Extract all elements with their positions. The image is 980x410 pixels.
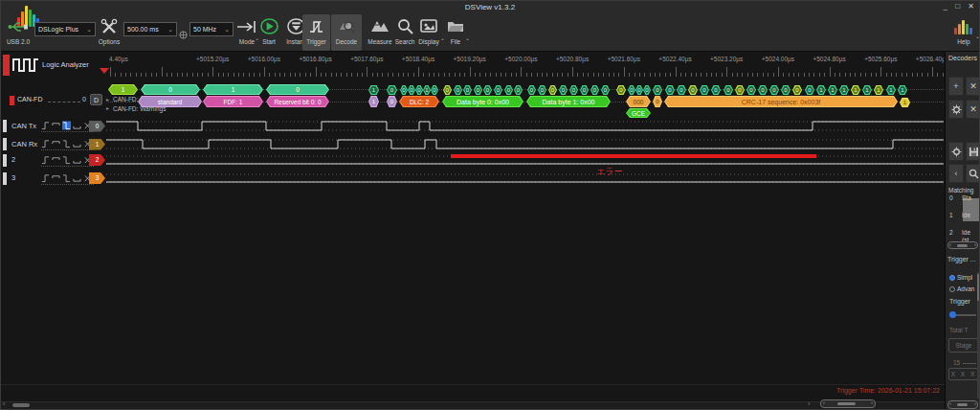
protocol-row[interactable]: 0Sta [946, 192, 980, 208]
channel-badge[interactable]: 1 [89, 139, 105, 150]
ruler-label: +5019.20µs [454, 56, 486, 62]
remove-decoder-button[interactable]: ✕ [966, 77, 980, 96]
tab-logic-analyzer[interactable]: Logic Analyzer [42, 60, 89, 69]
trigger-position-marker[interactable] [100, 68, 109, 74]
decoder-bit: 0 [408, 85, 415, 95]
decoder-bit: 0 [601, 85, 610, 95]
trigger-panel-title: Trigger ... [947, 256, 976, 262]
close-decoder-button[interactable]: ✕ [966, 100, 980, 119]
decoder-badge[interactable]: D [90, 94, 102, 105]
trigger-high-icon[interactable] [52, 155, 60, 165]
decoder-name[interactable]: CAN-FD [17, 96, 42, 102]
channel-label[interactable]: 2 [11, 155, 15, 164]
scroll-left-icon[interactable]: ‹ [3, 400, 5, 407]
trigger-fall-icon[interactable] [62, 121, 71, 130]
wrench-icon [96, 15, 122, 37]
panel-hscroll[interactable]: ‹› [947, 241, 978, 249]
prev-match-button[interactable]: ‹ [948, 164, 964, 183]
trigger-fall-icon[interactable] [62, 139, 71, 148]
channel-badge[interactable]: 0 [89, 121, 105, 132]
file-button[interactable]: File ⌄ [442, 15, 469, 45]
panel-hscroll-bottom[interactable]: ‹› [947, 400, 978, 409]
stage-select[interactable]: Stage [948, 338, 979, 353]
start-button[interactable]: Start [256, 15, 281, 45]
trigger-high-icon[interactable] [52, 173, 60, 183]
radio-simple[interactable]: Simpl [949, 274, 972, 281]
decoder-dash [48, 102, 80, 102]
scroll-right-icon[interactable]: › [808, 400, 810, 407]
trigger-rise-icon[interactable] [41, 173, 50, 183]
trigger-high-icon[interactable] [52, 139, 60, 148]
decoder-bit: 0 [653, 85, 662, 95]
trigger-section-label: Trigger [949, 298, 970, 305]
decoders-panel: Decoders + ✕ ✕ ‹ Matching 0Sta1Ide2Ide(s… [945, 52, 980, 410]
channel-color-indicator [3, 172, 7, 185]
decoder-bit: 0 [792, 85, 802, 95]
decoder-bit: 0 [635, 85, 643, 95]
count-slider[interactable] [963, 363, 976, 364]
trigger-high-icon[interactable] [52, 121, 60, 130]
decoder-bit: 0 [677, 85, 686, 95]
add-decoder-button[interactable]: + [948, 77, 964, 96]
protocol-settings-button[interactable] [948, 142, 964, 161]
channel-label[interactable]: 3 [11, 173, 15, 182]
protocol-row[interactable]: 1Ide [946, 209, 980, 225]
search-match-button[interactable] [966, 164, 980, 183]
trigger-button[interactable]: Trigger [302, 14, 330, 51]
trigger-rise-icon[interactable] [41, 139, 50, 148]
scroll-pill[interactable]: ‹› [820, 399, 876, 408]
radio-advanced[interactable]: Advan [949, 285, 974, 292]
expand-arrow-icon[interactable]: ▸ [106, 104, 109, 111]
decoder-bit: 0 [400, 85, 408, 95]
decoder-annotation: Data byte 1: 0x00 [526, 96, 611, 107]
rate-select[interactable]: 50 MHz⌄ [189, 22, 234, 36]
trigger-low-icon[interactable] [73, 155, 81, 165]
trigger-low-icon[interactable] [73, 173, 81, 183]
trigger-rise-icon[interactable] [41, 121, 50, 130]
options-button[interactable]: Options [96, 15, 122, 45]
decoder-annotation: GCE [626, 108, 651, 118]
decoder-settings-button[interactable] [948, 100, 964, 119]
trigger-icons [41, 138, 94, 150]
display-button[interactable]: Display ⌄ [413, 15, 444, 45]
trigger-value-input[interactable]: X X X [948, 368, 979, 380]
decoder-bit: 0 [688, 85, 698, 95]
help-logo-icon [950, 15, 977, 37]
samplerate-icon [179, 24, 188, 46]
decoder-annotation: 1 [368, 96, 379, 107]
maximize-button[interactable]: □ [955, 2, 960, 11]
ruler-label: +5017.60µs [350, 56, 383, 62]
channel-label[interactable]: CAN Rx [11, 140, 37, 148]
trigger-icons [41, 120, 94, 132]
channel-badge[interactable]: 3 [89, 172, 105, 184]
duration-select[interactable]: 500.00 ms⌄ [123, 22, 177, 36]
protocol-row[interactable]: 2Ide(st [946, 226, 980, 242]
trigger-slider-knob[interactable] [949, 311, 956, 318]
channel-badge[interactable]: 2 [89, 154, 105, 166]
close-button[interactable]: ✕ [968, 2, 974, 11]
decoder-bit: 0 [711, 85, 721, 95]
decoder-bit: 0 [504, 85, 513, 95]
decoder-bit: 1 [203, 84, 263, 95]
trigger-fall-icon[interactable] [62, 173, 71, 183]
minimize-button[interactable]: _ [944, 2, 947, 11]
trigger-rise-icon[interactable] [41, 155, 50, 165]
device-select[interactable]: DSLogic Plus⌄ [34, 22, 96, 36]
channel-label[interactable]: CAN Tx [11, 122, 36, 130]
save-icon[interactable] [966, 142, 980, 161]
time-ruler[interactable]: 4.40µs+5015.20µs+5016.00µs+5016.80µs+501… [106, 54, 944, 79]
ruler-label: +5024.00µs [762, 56, 794, 62]
scrollbar-thumb[interactable] [12, 403, 30, 407]
trigger-fall-icon[interactable] [62, 155, 71, 165]
horizontal-scrollbar[interactable] [1, 401, 945, 409]
trigger-low-icon[interactable] [73, 139, 81, 148]
decoder-bit: 0 [700, 85, 709, 95]
decoder-bit: 1 [816, 85, 826, 95]
decode-button[interactable]: Decode [331, 14, 362, 51]
decoder-bit: 0 [758, 85, 768, 95]
help-button[interactable]: Help ⌄ [950, 15, 977, 45]
device-select-value: DSLogic Plus [38, 26, 78, 33]
ruler-label: +5022.40µs [658, 56, 691, 62]
trigger-low-icon[interactable] [73, 121, 81, 130]
decoder-bit: 0 [494, 85, 502, 95]
